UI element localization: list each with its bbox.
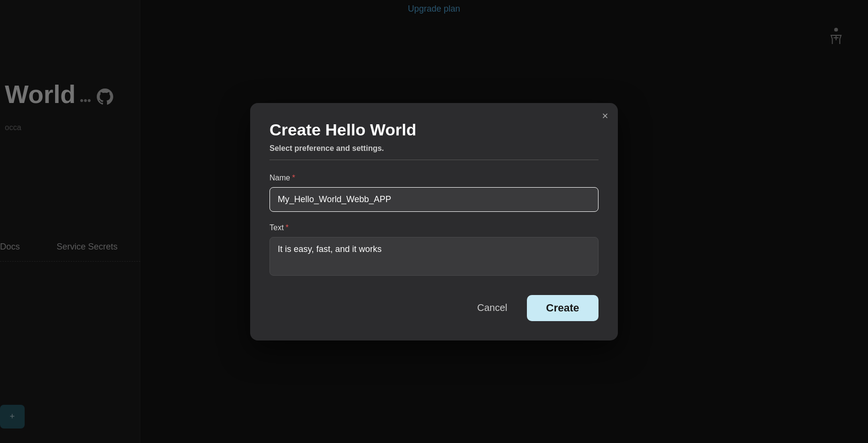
modal-title: Create Hello World [269,120,599,139]
close-button[interactable]: × [602,111,608,121]
text-label: Text * [269,223,599,232]
text-required-star: * [285,223,288,232]
name-label: Name * [269,174,599,182]
modal-divider [269,160,599,160]
create-button[interactable]: Create [527,295,599,321]
name-input[interactable] [269,187,599,212]
modal-subtitle: Select preference and settings. [269,144,599,153]
modal-overlay: × Create Hello World Select preference a… [0,0,868,443]
create-dialog: × Create Hello World Select preference a… [250,103,618,340]
modal-actions: Cancel Create [269,295,599,321]
text-textarea[interactable] [269,237,599,276]
name-required-star: * [292,174,295,182]
cancel-button[interactable]: Cancel [467,296,517,319]
